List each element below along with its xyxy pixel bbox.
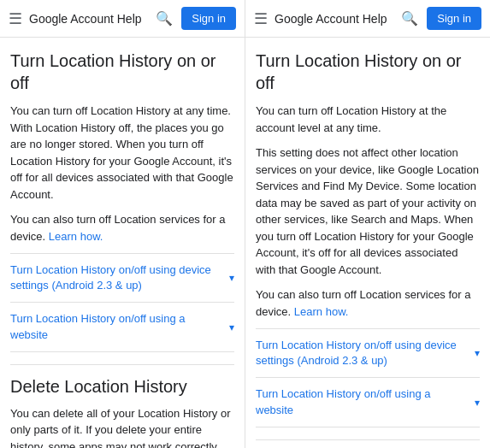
chevron-down-icon: ▾: [475, 397, 480, 409]
paragraph-0: You can turn off Location History at any…: [10, 103, 234, 203]
accordion-item-0[interactable]: Turn Location History on/off using devic…: [10, 254, 234, 303]
paragraph-0: You can turn off Location History at the…: [256, 103, 480, 136]
menu-icon[interactable]: ☰: [9, 9, 22, 28]
header-title: Google Account Help: [29, 12, 156, 26]
menu-icon[interactable]: ☰: [254, 9, 268, 28]
chevron-down-icon: ▾: [475, 347, 480, 359]
learn-how-link[interactable]: Learn how.: [49, 230, 103, 243]
section-title: Turn Location History on or off: [10, 50, 234, 94]
paragraph-2: You can also turn off Location services …: [256, 286, 480, 320]
accordion-item-1[interactable]: Turn Location History on/off using a web…: [10, 303, 234, 351]
header: ☰Google Account Help🔍Sign in: [0, 0, 245, 38]
section-divider: [10, 364, 234, 365]
search-icon[interactable]: 🔍: [156, 10, 173, 27]
accordion-label: Turn Location History on/off using devic…: [10, 262, 229, 293]
accordion: Turn Location History on/off using devic…: [10, 253, 234, 352]
section2-body: You can delete all of your Location Hist…: [10, 405, 234, 448]
accordion-label: Turn Location History on/off using a web…: [256, 386, 475, 417]
accordion-item-0[interactable]: Turn Location History on/off using devic…: [256, 329, 480, 378]
header-title: Google Account Help: [275, 12, 401, 26]
panel-0: ☰Google Account Help🔍Sign inTurn Locatio…: [0, 0, 245, 448]
sign-in-button[interactable]: Sign in: [427, 7, 481, 30]
accordion: Turn Location History on/off using devic…: [256, 328, 480, 427]
section-divider: [256, 439, 480, 440]
content-area: Turn Location History on or offYou can t…: [245, 38, 490, 448]
section2-title: Delete Location History: [10, 377, 234, 397]
panel-1: ☰Google Account Help🔍Sign inTurn Locatio…: [245, 0, 490, 448]
main-panels: ☰Google Account Help🔍Sign inTurn Locatio…: [0, 0, 490, 448]
paragraph-1: This setting does not affect other locat…: [256, 144, 480, 278]
search-icon[interactable]: 🔍: [401, 10, 418, 27]
accordion-label: Turn Location History on/off using a web…: [10, 311, 229, 342]
chevron-down-icon: ▾: [229, 321, 234, 333]
header: ☰Google Account Help🔍Sign in: [245, 0, 490, 38]
paragraph-1: You can also turn off Location services …: [10, 211, 234, 245]
accordion-item-1[interactable]: Turn Location History on/off using a web…: [256, 378, 480, 427]
learn-how-link[interactable]: Learn how.: [294, 305, 349, 318]
content-area: Turn Location History on or offYou can t…: [0, 38, 245, 448]
chevron-down-icon: ▾: [229, 272, 234, 284]
section-title: Turn Location History on or off: [256, 50, 480, 94]
accordion-label: Turn Location History on/off using devic…: [256, 338, 475, 368]
sign-in-button[interactable]: Sign in: [181, 7, 236, 30]
